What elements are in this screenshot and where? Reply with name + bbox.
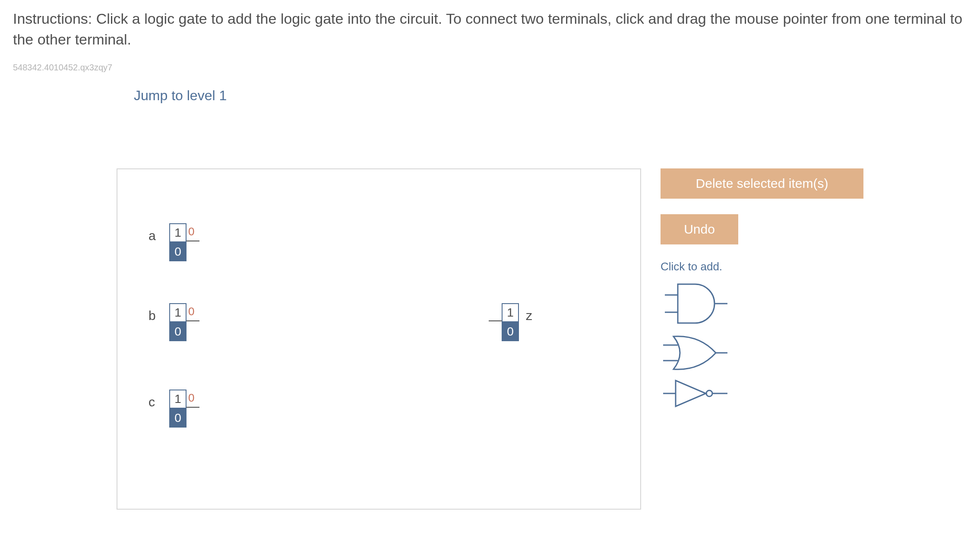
- and-gate-button[interactable]: [661, 278, 876, 330]
- output-z-terminal[interactable]: [489, 320, 502, 321]
- circuit-canvas[interactable]: a 1 0 0 b 1 0 0 c 1 0 0 1 0 z: [117, 168, 641, 510]
- input-c-terminal[interactable]: [187, 407, 199, 408]
- input-a-zero[interactable]: 0: [169, 242, 187, 261]
- undo-button[interactable]: Undo: [661, 214, 738, 244]
- input-b-one[interactable]: 1: [169, 303, 187, 322]
- instructions-text: Instructions: Click a logic gate to add …: [13, 9, 967, 50]
- input-a-label: a: [149, 228, 156, 243]
- jump-to-level-link[interactable]: Jump to level 1: [134, 88, 967, 104]
- input-c-label: c: [149, 395, 155, 409]
- input-b-zero[interactable]: 0: [169, 322, 187, 341]
- output-z-zero: 0: [502, 322, 519, 341]
- input-c-side-value: 0: [188, 391, 194, 405]
- or-gate-icon: [661, 331, 730, 374]
- not-gate-icon: [661, 376, 730, 411]
- input-a[interactable]: a 1 0 0: [169, 223, 187, 261]
- input-a-terminal[interactable]: [187, 241, 199, 241]
- input-b[interactable]: b 1 0 0: [169, 303, 187, 341]
- input-b-label: b: [149, 308, 156, 323]
- delete-button[interactable]: Delete selected item(s): [661, 168, 863, 199]
- input-b-side-value: 0: [188, 305, 194, 318]
- controls-panel: Delete selected item(s) Undo Click to ad…: [661, 168, 876, 412]
- input-b-terminal[interactable]: [187, 320, 199, 321]
- reference-id: 548342.4010452.qx3zqy7: [13, 63, 967, 73]
- or-gate-button[interactable]: [661, 331, 876, 374]
- input-a-one[interactable]: 1: [169, 223, 187, 242]
- input-c-one[interactable]: 1: [169, 390, 187, 409]
- input-a-side-value: 0: [188, 225, 194, 238]
- output-z-label: z: [526, 308, 532, 323]
- and-gate-icon: [661, 278, 730, 330]
- not-gate-button[interactable]: [661, 376, 876, 411]
- output-z-one: 1: [502, 303, 519, 322]
- input-c[interactable]: c 1 0 0: [169, 390, 187, 428]
- click-to-add-label: Click to add.: [661, 260, 876, 273]
- input-c-zero[interactable]: 0: [169, 409, 187, 428]
- output-z[interactable]: 1 0 z: [502, 303, 519, 341]
